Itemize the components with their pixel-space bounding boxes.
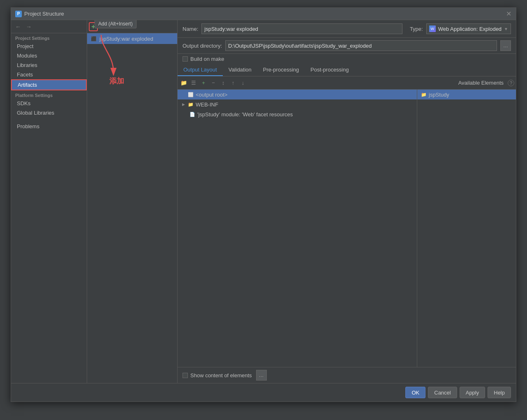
- tab-post-processing[interactable]: Post-processing: [305, 64, 354, 76]
- output-list-button[interactable]: ☰: [189, 78, 198, 88]
- app-icon: P: [15, 11, 22, 17]
- output-up-button[interactable]: ↑: [229, 78, 238, 88]
- add-tooltip: Add (Alt+Insert): [95, 20, 136, 28]
- sidebar: ← → Project Settings Project Modules Lib…: [11, 20, 87, 383]
- build-on-make-label: Build on make: [190, 56, 224, 62]
- close-button[interactable]: ✕: [505, 11, 512, 17]
- bottom-bar: OK Cancel Apply Help: [11, 383, 516, 402]
- apply-button[interactable]: Apply: [460, 387, 485, 398]
- expand-icon: ▶: [181, 102, 186, 107]
- artifact-list-panel: Add (Alt+Insert) + − ⧉ ↕ ⬛: [87, 20, 178, 383]
- available-help-button[interactable]: ?: [508, 80, 514, 86]
- folder-icon: 📁: [180, 80, 187, 86]
- show-content-label: Show content of elements: [190, 372, 252, 378]
- project-structure-dialog: P Project Structure ✕ ← → Project Settin…: [11, 7, 516, 402]
- gift-icon: ⬜: [187, 91, 194, 98]
- tree-item-web-inf[interactable]: ▶ 📁 WEB-INF: [178, 99, 417, 109]
- sidebar-item-problems[interactable]: Problems: [11, 122, 87, 131]
- browse-button[interactable]: …: [500, 40, 511, 51]
- show-content-btn[interactable]: …: [256, 370, 267, 381]
- output-tree: ⬜ <output root> ▶ 📁 WEB-INF 📄: [178, 90, 417, 367]
- help-button[interactable]: Help: [488, 387, 511, 398]
- main-content: ← → Project Settings Project Modules Lib…: [11, 20, 516, 383]
- remove-icon: −: [212, 80, 215, 86]
- output-down-button[interactable]: ↓: [238, 78, 247, 88]
- dropdown-arrow-icon: ▼: [504, 27, 508, 31]
- output-dir-row: Output directory: …: [178, 38, 516, 54]
- sidebar-item-project[interactable]: Project: [11, 42, 87, 51]
- project-settings-label: Project Settings: [11, 33, 87, 42]
- add-icon: +: [202, 80, 205, 86]
- sidebar-item-sdks[interactable]: SDKs: [11, 99, 87, 108]
- type-dropdown[interactable]: W Web Application: Exploded ▼: [426, 23, 511, 34]
- output-dir-label: Output directory:: [183, 43, 222, 49]
- show-content-row: Show content of elements …: [178, 367, 516, 383]
- name-input[interactable]: [201, 23, 402, 34]
- name-row: Name: Type: W Web Application: Exploded …: [178, 20, 516, 38]
- sidebar-item-libraries[interactable]: Libraries: [11, 60, 87, 70]
- sidebar-item-facets[interactable]: Facets: [11, 70, 87, 79]
- right-panel: Name: Type: W Web Application: Exploded …: [178, 20, 516, 383]
- sidebar-item-artifacts[interactable]: Artifacts: [11, 79, 87, 90]
- cancel-button[interactable]: Cancel: [428, 387, 457, 398]
- output-toolbar: 📁 ☰ + − ↕ ↑: [178, 76, 516, 90]
- expand-icon: [181, 92, 186, 97]
- sidebar-item-global-libraries[interactable]: Global Libraries: [11, 108, 87, 118]
- back-button[interactable]: ←: [14, 22, 23, 31]
- down-icon: ↓: [242, 80, 245, 86]
- dialog-title: Project Structure: [24, 11, 505, 17]
- tree-item-web-resources[interactable]: 📄 'jspStudy' module: 'Web' facet resourc…: [178, 109, 417, 119]
- up-icon: ↑: [232, 80, 235, 86]
- output-remove-button[interactable]: −: [209, 78, 218, 88]
- sidebar-item-modules[interactable]: Modules: [11, 51, 87, 60]
- name-label: Name:: [183, 26, 198, 32]
- show-content-checkbox[interactable]: [183, 373, 188, 378]
- available-elements-label: Available Elements: [458, 80, 507, 86]
- tabs-row: Output Layout Validation Pre-processing …: [178, 64, 516, 76]
- artifact-list: ⬛ jspStudy:war exploded: [87, 33, 177, 383]
- output-split: ⬜ <output root> ▶ 📁 WEB-INF 📄: [178, 90, 516, 367]
- title-bar: P Project Structure ✕: [11, 8, 516, 20]
- tab-pre-processing[interactable]: Pre-processing: [257, 64, 305, 76]
- tab-output-layout[interactable]: Output Layout: [178, 64, 223, 76]
- output-layout-area: 📁 ☰ + − ↕ ↑: [178, 76, 516, 383]
- platform-settings-label: Platform Settings: [11, 90, 87, 99]
- sort-icon: ↕: [222, 80, 225, 86]
- web-app-icon: W: [429, 25, 436, 32]
- output-add-button[interactable]: +: [199, 78, 208, 88]
- build-on-make-checkbox[interactable]: [183, 56, 188, 62]
- forward-button[interactable]: →: [24, 22, 33, 31]
- module-icon: 📄: [189, 111, 196, 118]
- folder-icon: 📁: [421, 91, 427, 98]
- folder-icon: 📁: [187, 101, 194, 108]
- build-on-make-row: Build on make: [178, 54, 516, 64]
- output-folder-button[interactable]: 📁: [179, 78, 188, 88]
- available-panel: 📁 jspStudy: [417, 90, 516, 367]
- type-label: Type:: [410, 26, 423, 32]
- artifact-list-item[interactable]: ⬛ jspStudy:war exploded: [87, 33, 177, 44]
- tab-validation[interactable]: Validation: [223, 64, 257, 76]
- list-icon: ☰: [191, 80, 196, 86]
- output-dir-input[interactable]: [225, 40, 497, 51]
- nav-buttons: ← →: [11, 20, 87, 33]
- ok-button[interactable]: OK: [405, 387, 425, 398]
- output-sort-button[interactable]: ↕: [219, 78, 228, 88]
- available-item-jspstudy[interactable]: 📁 jspStudy: [417, 90, 516, 99]
- tree-item-output-root[interactable]: ⬜ <output root>: [178, 90, 417, 99]
- artifact-gift-icon: ⬛: [90, 35, 97, 42]
